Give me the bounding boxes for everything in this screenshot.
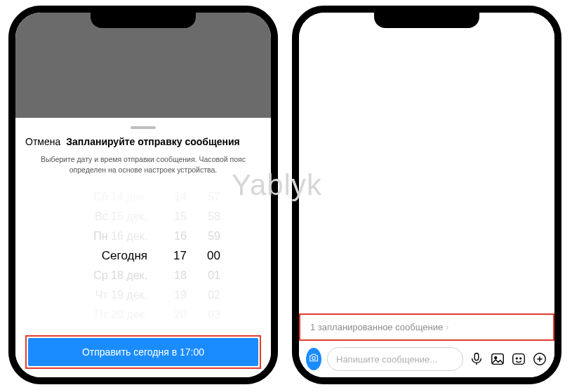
plus-icon[interactable] xyxy=(532,351,547,367)
picker-date-row: Чт 19 дек. xyxy=(95,285,147,305)
picker-min-selected: 00 xyxy=(207,246,220,266)
message-composer xyxy=(299,341,554,377)
picker-hour-row: 14 xyxy=(174,187,187,207)
picker-hour-selected: 17 xyxy=(173,246,187,266)
picker-min-row: 03 xyxy=(208,305,220,325)
phone-right: 1 запланированное сообщение › xyxy=(292,6,561,384)
send-button-highlight: Отправить сегодня в 17:00 xyxy=(25,335,261,369)
sheet-subtitle: Выберите дату и время отправки сообщения… xyxy=(32,154,254,175)
image-icon[interactable] xyxy=(490,351,505,367)
picker-hour-row: 18 xyxy=(174,266,187,285)
svg-point-0 xyxy=(312,357,315,360)
picker-hour-row: 19 xyxy=(174,285,187,305)
scheduled-messages-bar[interactable]: 1 запланированное сообщение › xyxy=(300,318,553,337)
picker-date-row: Сб 14 дек. xyxy=(93,187,147,207)
cancel-button[interactable]: Отмена xyxy=(25,136,60,147)
picker-column-hour[interactable]: 14 15 16 17 18 19 20 xyxy=(160,182,192,330)
dimmed-backdrop xyxy=(15,13,271,118)
picker-hour-row: 15 xyxy=(174,207,187,227)
picker-hour-row: 20 xyxy=(174,305,187,325)
phone-notch xyxy=(91,13,196,28)
chevron-right-icon: › xyxy=(446,323,448,332)
picker-min-row: 57 xyxy=(208,187,220,207)
svg-point-6 xyxy=(520,358,521,359)
svg-point-3 xyxy=(495,357,497,359)
scheduled-messages-label: 1 запланированное сообщение xyxy=(310,322,443,332)
phone-notch xyxy=(374,13,479,28)
picker-date-selected: Сегодня xyxy=(102,246,147,266)
picker-date-row: Ср 18 дек. xyxy=(93,266,147,285)
picker-min-row: 01 xyxy=(208,266,220,285)
camera-icon xyxy=(308,352,319,366)
send-scheduled-button[interactable]: Отправить сегодня в 17:00 xyxy=(28,338,258,366)
picker-hour-row: 16 xyxy=(174,227,187,246)
sheet-header: Отмена Запланируйте отправку сообщения xyxy=(25,136,261,147)
sheet-title: Запланируйте отправку сообщения xyxy=(66,136,240,147)
phone-left: Отмена Запланируйте отправку сообщения В… xyxy=(8,6,278,384)
picker-min-row: 02 xyxy=(208,285,220,305)
svg-point-5 xyxy=(516,358,517,359)
message-input[interactable] xyxy=(327,347,463,371)
sticker-icon[interactable] xyxy=(511,351,526,367)
datetime-picker[interactable]: Сб 14 дек. Вс 15 дек. Пн 16 дек. Сегодня… xyxy=(25,182,261,330)
sheet-grabber[interactable] xyxy=(131,126,156,129)
scheduled-bar-highlight: 1 запланированное сообщение › xyxy=(299,313,554,341)
svg-rect-1 xyxy=(474,353,479,360)
picker-min-row: 59 xyxy=(208,227,220,246)
picker-date-row: Вс 15 дек. xyxy=(95,207,147,227)
microphone-icon[interactable] xyxy=(469,351,484,367)
svg-rect-2 xyxy=(492,354,504,365)
schedule-sheet: Отмена Запланируйте отправку сообщения В… xyxy=(15,118,271,377)
picker-column-date[interactable]: Сб 14 дек. Вс 15 дек. Пн 16 дек. Сегодня… xyxy=(62,182,160,330)
chat-area: 1 запланированное сообщение › xyxy=(299,13,554,377)
picker-date-row: Пт 20 дек. xyxy=(95,305,147,325)
picker-date-row: Пн 16 дек. xyxy=(93,227,147,246)
picker-column-minute[interactable]: 57 58 59 00 01 02 03 xyxy=(192,182,225,330)
picker-min-row: 58 xyxy=(208,207,220,227)
camera-button[interactable] xyxy=(306,348,321,370)
